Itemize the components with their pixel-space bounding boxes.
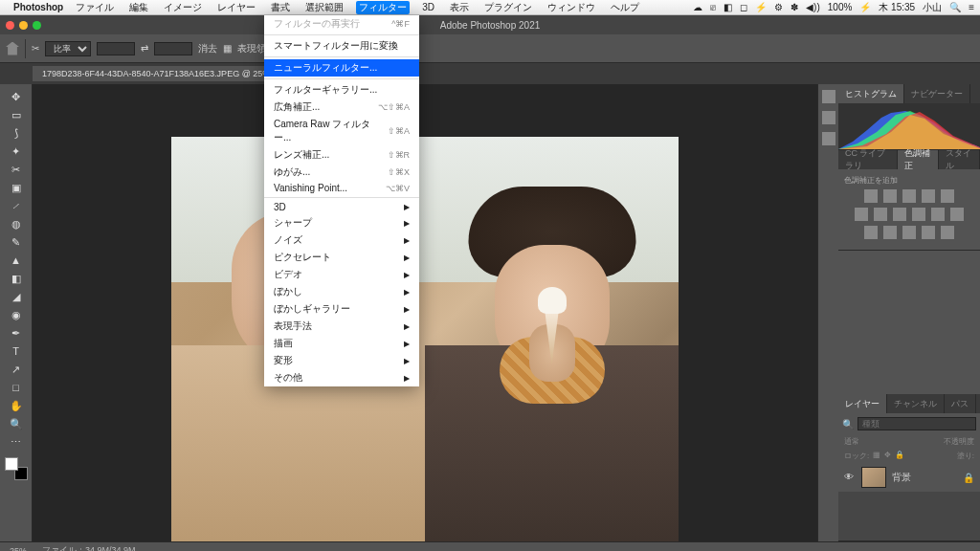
shape-tool[interactable]: □ — [5, 379, 28, 396]
menu-item-distort[interactable]: 変形▶ — [264, 352, 419, 369]
path-tool[interactable]: ↗ — [5, 361, 28, 378]
status-clock[interactable]: 木 15:35 — [879, 1, 915, 14]
status-volume-icon[interactable]: ◀)) — [806, 2, 820, 12]
dock-icon-2[interactable] — [822, 111, 835, 124]
status-charging-icon[interactable]: ⚡ — [859, 2, 871, 12]
zoom-level[interactable]: 25% — [10, 546, 27, 552]
pen-tool[interactable]: ✒ — [5, 324, 28, 342]
adj-hue-icon[interactable] — [855, 208, 868, 221]
menu-item-blur-gallery[interactable]: ぼかしギャラリー▶ — [264, 300, 419, 318]
status-misc-icon[interactable]: ✽ — [791, 2, 798, 12]
foreground-color[interactable] — [5, 457, 18, 471]
lock-position-icon[interactable]: ✥ — [884, 451, 891, 461]
menu-filter[interactable]: フィルター — [356, 1, 410, 14]
menu-item-filter-gallery[interactable]: フィルターギャラリー... — [264, 81, 419, 99]
file-size[interactable]: ファイル：34.9M/34.9M — [42, 544, 136, 551]
blend-mode-select[interactable]: 通常 — [844, 436, 859, 447]
menu-item-3d[interactable]: 3D▶ — [264, 200, 419, 214]
type-tool[interactable]: T — [5, 342, 28, 360]
hand-tool[interactable]: ✋ — [5, 397, 28, 414]
adj-lookup-icon[interactable] — [950, 208, 964, 221]
swap-icon[interactable]: ⇄ — [141, 43, 148, 54]
adj-gradient-icon[interactable] — [922, 226, 935, 239]
layer-row[interactable]: 👁 背景 🔒 — [838, 463, 980, 492]
blur-tool[interactable]: ◉ — [5, 306, 28, 323]
menu-item-other[interactable]: その他▶ — [264, 369, 419, 386]
adj-threshold-icon[interactable] — [902, 226, 916, 239]
status-gear-icon[interactable]: ⚙ — [774, 2, 783, 12]
dock-icon-3[interactable] — [822, 132, 835, 145]
heal-tool[interactable]: ◍ — [5, 215, 28, 232]
status-search-icon[interactable]: 🔍 — [949, 2, 961, 12]
menu-item-wide-angle[interactable]: 広角補正...⌥⇧⌘A — [264, 99, 419, 116]
menu-image[interactable]: イメージ — [161, 1, 205, 14]
menu-item-camera-raw[interactable]: Camera Raw フィルター...⇧⌘A — [264, 116, 419, 146]
menu-select[interactable]: 選択範囲 — [302, 1, 346, 14]
adj-levels-icon[interactable] — [883, 189, 897, 203]
menu-3d[interactable]: 3D — [419, 2, 437, 12]
menu-item-stylize[interactable]: 表現手法▶ — [264, 318, 419, 335]
tab-histogram[interactable]: ヒストグラム — [838, 84, 904, 103]
stamp-tool[interactable]: ▲ — [5, 252, 28, 269]
wand-tool[interactable]: ✦ — [5, 143, 28, 160]
menu-item-video[interactable]: ビデオ▶ — [264, 266, 419, 283]
status-display-icon[interactable]: ⎚ — [710, 2, 716, 12]
zoom-tool[interactable]: 🔍 — [5, 415, 28, 432]
ratio-select[interactable]: 比率 — [45, 41, 91, 56]
dock-icon-1[interactable] — [822, 90, 835, 103]
clear-button[interactable]: 消去 — [198, 42, 217, 55]
tab-layers[interactable]: レイヤー — [838, 394, 887, 413]
adj-brightness-icon[interactable] — [864, 189, 878, 203]
lasso-tool[interactable]: ⟆ — [5, 124, 28, 142]
tab-navigator[interactable]: ナビゲーター — [904, 84, 970, 103]
document-canvas[interactable] — [171, 137, 679, 541]
tab-cc-library[interactable]: CC ライブラリ — [838, 150, 898, 169]
status-box-icon[interactable]: ◻ — [740, 2, 747, 12]
tab-adjustments[interactable]: 色調補正 — [898, 150, 939, 169]
menu-item-blur[interactable]: ぼかし▶ — [264, 283, 419, 300]
menu-plugin[interactable]: プラグイン — [481, 1, 535, 14]
adj-poster-icon[interactable] — [883, 226, 897, 239]
gradient-tool[interactable]: ◢ — [5, 288, 28, 305]
tab-styles[interactable]: スタイル — [939, 150, 980, 169]
tab-channels[interactable]: チャンネル — [887, 394, 945, 413]
frame-tool[interactable]: ▣ — [5, 179, 28, 196]
status-menu-icon[interactable]: ≡ — [969, 2, 974, 12]
eyedropper-tool[interactable]: ⟋ — [5, 197, 28, 214]
color-swatches[interactable] — [5, 457, 28, 480]
menu-file[interactable]: ファイル — [73, 1, 117, 14]
menu-item-pixelate[interactable]: ピクセレート▶ — [264, 249, 419, 266]
tab-paths[interactable]: パス — [945, 394, 976, 413]
crop-tool[interactable]: ✂ — [5, 161, 28, 178]
edit-toolbar[interactable]: ⋯ — [5, 433, 28, 451]
menu-window[interactable]: ウィンドウ — [545, 1, 598, 14]
home-icon[interactable] — [6, 42, 19, 55]
adj-bw-icon[interactable] — [893, 208, 906, 221]
marquee-tool[interactable]: ▭ — [5, 106, 28, 123]
status-screen-icon[interactable]: ◧ — [724, 2, 732, 12]
menu-item-smart-filter[interactable]: スマートフィルター用に変換 — [264, 37, 419, 55]
lock-all-icon[interactable]: 🔒 — [895, 451, 904, 461]
menu-type[interactable]: 書式 — [268, 1, 293, 14]
menu-item-render[interactable]: 描画▶ — [264, 335, 419, 352]
status-bluetooth-icon[interactable]: ⚡ — [755, 2, 767, 12]
overlay-icon[interactable]: ▦ — [223, 43, 232, 54]
ratio-w-input[interactable] — [97, 42, 135, 55]
menu-layer[interactable]: レイヤー — [214, 1, 258, 14]
eraser-tool[interactable]: ◧ — [5, 270, 28, 287]
brush-tool[interactable]: ✎ — [5, 233, 28, 251]
menu-item-sharpen[interactable]: シャープ▶ — [264, 214, 419, 231]
status-user[interactable]: 小山 — [923, 1, 942, 14]
canvas-area[interactable] — [33, 84, 817, 541]
adj-selective-icon[interactable] — [941, 226, 954, 239]
menu-help[interactable]: ヘルプ — [608, 1, 642, 14]
app-name[interactable]: Photoshop — [13, 2, 63, 12]
move-tool[interactable]: ✥ — [5, 88, 28, 105]
menu-edit[interactable]: 編集 — [126, 1, 151, 14]
adj-mixer-icon[interactable] — [931, 208, 945, 221]
menu-item-liquify[interactable]: ゆがみ...⇧⌘X — [264, 164, 419, 181]
ratio-h-input[interactable] — [154, 42, 192, 55]
menu-item-lens[interactable]: レンズ補正...⇧⌘R — [264, 146, 419, 164]
menu-item-noise[interactable]: ノイズ▶ — [264, 231, 419, 249]
layer-thumbnail[interactable] — [861, 467, 886, 488]
